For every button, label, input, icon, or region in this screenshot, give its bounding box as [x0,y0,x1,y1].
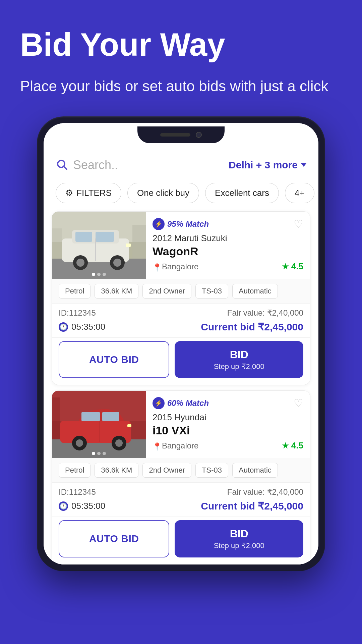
svg-point-24 [76,439,83,447]
tags-row-2: Petrol 36.6k KM 2nd Owner TS-03 Automati… [52,458,310,482]
svg-point-12 [113,259,121,267]
svg-rect-7 [75,232,92,242]
notch [137,126,225,143]
filter-pill-one-click-buy[interactable]: One click buy [127,183,199,203]
tag-reg-1: TS-03 [195,284,228,299]
timer-2: 🕐 05:35:00 [59,501,105,511]
svg-rect-22 [102,412,119,421]
fair-value-1: Fair value: ₹2,40,000 [227,308,303,318]
dot-3 [103,273,106,276]
card-footer-1: ID:112345 Fair value: ₹2,40,000 🕐 05:35:… [52,303,310,337]
rating-star-1: ★ [282,261,289,272]
filters-icon: ⚙ [65,188,73,198]
location-selector[interactable]: Delhi + 3 more [229,159,306,171]
bid-sub-label-2: Step up ₹2,000 [214,541,264,551]
bid-button-1[interactable]: BID Step up ₹2,000 [175,341,303,378]
match-badge-1: 95% Match ♡ [153,218,303,230]
hero-subtitle: Place your bids or set auto bids with ju… [20,76,342,97]
heart-icon-2[interactable]: ♡ [294,397,303,410]
location-row-2: 📍 Bangalore ★ 4.5 [153,440,303,451]
svg-rect-14 [126,244,131,247]
car-year-make-1: 2012 Maruti Suzuki [153,233,303,244]
car-details-2: 60% Match ♡ 2015 Hyundai i10 VXi 📍 Banga [146,391,310,458]
bid-actions-2: AUTO BID BID Step up ₹2,000 [52,517,310,564]
bid-actions-1: AUTO BID BID Step up ₹2,000 [52,337,310,385]
location-pin-1: 📍 [153,263,159,270]
match-icon-1 [153,218,165,230]
search-icon [56,158,68,172]
rating-2: ★ 4.5 [282,440,303,451]
footer-bottom-2: 🕐 05:35:00 Current bid ₹2,45,000 [59,500,303,517]
filters-label: FILTERS [76,188,112,198]
notch-area [44,123,318,150]
bid-label-1: BID [230,348,248,362]
footer-bottom-1: 🕐 05:35:00 Current bid ₹2,45,000 [59,321,303,337]
image-dots-1 [92,273,106,276]
location-name-1: Bangalore [162,262,198,271]
current-bid-2: Current bid ₹2,45,000 [201,500,303,512]
tag-fuel-2: Petrol [59,463,90,478]
timer-text-2: 05:35:00 [71,501,105,511]
phone-frame: Search.. Delhi + 3 more ⚙ FILTERS One cl… [37,116,325,571]
bid-button-2[interactable]: BID Step up ₹2,000 [175,520,303,557]
match-text-2: 60% Match [167,398,209,408]
hero-title: Bid Your Way [20,27,342,62]
card-id-2: ID:112345 [59,487,96,497]
search-left: Search.. [56,158,118,172]
excellent-cars-label: Excellent cars [215,188,269,198]
card-id-1: ID:112345 [59,308,96,318]
hero-section: Bid Your Way Place your bids or set auto… [0,0,362,110]
timer-icon-1: 🕐 [59,322,68,332]
phone-wrapper: Search.. Delhi + 3 more ⚙ FILTERS One cl… [0,110,362,571]
notch-camera [196,132,202,138]
rating-value-2: 4.5 [291,440,303,451]
rating-1: ★ 4.5 [282,261,303,272]
car-details-1: 95% Match ♡ 2012 Maruti Suzuki WagonR 📍 [146,212,310,279]
tag-reg-2: TS-03 [195,463,228,478]
tag-transmission-2: Automatic [232,463,278,478]
one-click-buy-label: One click buy [137,188,189,198]
car-card-1: 95% Match ♡ 2012 Maruti Suzuki WagonR 📍 [52,211,310,385]
match-text-1: 95% Match [167,219,209,229]
car-location-1: 📍 Bangalore [153,262,198,271]
filter-pill-filters[interactable]: ⚙ FILTERS [56,183,121,203]
car-card-2: 60% Match ♡ 2015 Hyundai i10 VXi 📍 Banga [52,390,310,564]
svg-rect-21 [81,412,100,421]
phone-inner: Search.. Delhi + 3 more ⚙ FILTERS One cl… [44,123,318,564]
filter-pill-more[interactable]: 4+ [285,183,314,203]
car-location-2: 📍 Bangalore [153,441,198,450]
filter-bar: ⚙ FILTERS One click buy Excellent cars 4… [44,177,318,211]
timer-1: 🕐 05:35:00 [59,322,105,332]
auto-bid-button-2[interactable]: AUTO BID [59,520,169,557]
phone-content: Search.. Delhi + 3 more ⚙ FILTERS One cl… [44,150,318,564]
timer-text-1: 05:35:00 [71,322,105,332]
tag-fuel-1: Petrol [59,284,90,299]
match-icon-2 [153,397,165,409]
svg-point-26 [115,439,123,447]
dot-2-3 [103,452,106,455]
location-text: Delhi + 3 more [229,159,298,171]
car-year-make-2: 2015 Hyundai [153,412,303,423]
rating-value-1: 4.5 [291,261,303,272]
car-model-1: WagonR [153,245,303,258]
location-row-1: 📍 Bangalore ★ 4.5 [153,261,303,272]
bid-sub-label-1: Step up ₹2,000 [214,362,264,372]
svg-rect-16 [132,225,146,259]
notch-speaker [160,133,190,137]
match-badge-2: 60% Match ♡ [153,397,303,410]
search-placeholder[interactable]: Search.. [73,158,118,172]
car-model-2: i10 VXi [153,424,303,437]
card-top-2: 60% Match ♡ 2015 Hyundai i10 VXi 📍 Banga [52,391,310,458]
dot-2 [97,273,101,276]
fair-value-2: Fair value: ₹2,40,000 [227,487,303,497]
svg-rect-28 [127,424,131,427]
footer-top-1: ID:112345 Fair value: ₹2,40,000 [59,308,303,318]
heart-icon-1[interactable]: ♡ [294,218,303,230]
dot-2-1 [92,452,95,455]
rating-star-2: ★ [282,440,289,451]
auto-bid-button-1[interactable]: AUTO BID [59,341,169,378]
image-dots-2 [92,452,106,455]
filter-pill-excellent-cars[interactable]: Excellent cars [205,183,279,203]
card-top-1: 95% Match ♡ 2012 Maruti Suzuki WagonR 📍 [52,212,310,279]
timer-icon-2: 🕐 [59,501,68,511]
